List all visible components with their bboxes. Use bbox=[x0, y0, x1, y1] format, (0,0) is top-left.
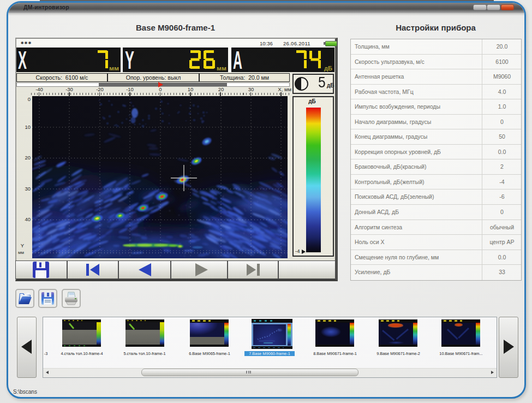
svg-text:Y: Y bbox=[125, 48, 134, 72]
svg-text:мм: мм bbox=[109, 66, 119, 72]
svg-text:X: X bbox=[18, 48, 27, 72]
svg-text:A: A bbox=[233, 48, 242, 72]
svg-text:мм: мм bbox=[217, 66, 226, 72]
svg-text:дБ: дБ bbox=[324, 66, 332, 72]
